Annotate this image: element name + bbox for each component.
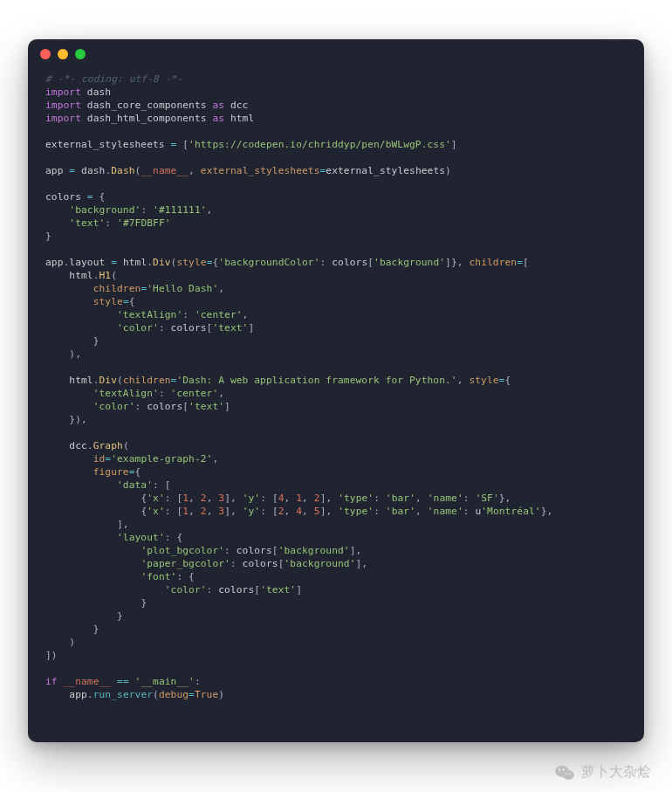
code-func: run_server xyxy=(93,689,153,700)
code-string: 'font' xyxy=(141,571,176,582)
code-ident: dash_html_components xyxy=(87,113,207,124)
window-titlebar xyxy=(28,39,644,69)
code-ident: dcc xyxy=(69,440,87,451)
code-keyword: as xyxy=(212,113,224,124)
code-window: # -*- coding: utf-8 -*- import dash impo… xyxy=(28,39,644,742)
code-ident: app xyxy=(45,165,64,176)
code-kwarg: debug xyxy=(159,689,189,700)
code-string: 'type' xyxy=(338,506,374,517)
code-bool: True xyxy=(195,689,218,700)
code-keyword: as xyxy=(212,100,224,111)
code-string: 'x' xyxy=(147,506,165,517)
code-ident: colors xyxy=(171,322,207,334)
code-number: 2 xyxy=(201,506,207,517)
code-string: 'y' xyxy=(243,492,261,504)
code-string: 'layout' xyxy=(117,532,165,543)
code-number: 5 xyxy=(314,506,320,517)
code-string: 'text' xyxy=(212,322,248,334)
code-kwarg: external_stylesheets xyxy=(201,165,320,176)
code-ident: dash_core_components xyxy=(87,100,207,111)
code-string: 'y' xyxy=(243,506,261,517)
code-class: H1 xyxy=(99,270,112,281)
code-string: '__main__' xyxy=(135,676,195,687)
code-string: 'text' xyxy=(260,584,296,596)
svg-point-5 xyxy=(569,773,571,775)
code-string: 'type' xyxy=(338,492,374,504)
code-kwarg: id xyxy=(93,453,106,465)
code-string: 'paper_bgcolor' xyxy=(141,558,230,569)
code-ident: dash xyxy=(81,165,105,176)
code-op: = xyxy=(171,139,177,150)
code-ident: external_stylesheets xyxy=(326,165,445,176)
code-kwarg: style xyxy=(469,375,498,386)
code-string: 'Montréal' xyxy=(481,506,540,517)
code-kwarg: children xyxy=(469,257,517,268)
code-string: 'name' xyxy=(428,492,463,504)
code-kwarg: children xyxy=(93,283,141,294)
code-block: # -*- coding: utf-8 -*- import dash impo… xyxy=(28,69,644,719)
code-number: 4 xyxy=(278,492,285,504)
code-string: 'text' xyxy=(69,217,105,229)
code-keyword: if xyxy=(45,676,58,687)
code-string: 'SF' xyxy=(475,492,498,504)
code-string: '#7FDBFF' xyxy=(117,217,171,229)
code-string: 'plot_bgcolor' xyxy=(141,545,224,556)
code-ident: html xyxy=(230,113,254,124)
code-number: 2 xyxy=(314,492,320,504)
code-ident: colors xyxy=(332,257,367,268)
code-string: 'color' xyxy=(117,322,159,334)
code-class: Dash xyxy=(111,165,134,176)
code-string: 'background' xyxy=(278,545,350,556)
code-string: 'text' xyxy=(189,401,224,412)
code-string: 'center' xyxy=(195,309,243,320)
code-string: 'textAlign' xyxy=(93,388,159,399)
code-class: Graph xyxy=(93,440,123,451)
code-keyword: import xyxy=(45,113,81,124)
code-kwarg: style xyxy=(176,257,206,268)
code-string: 'background' xyxy=(374,257,445,268)
code-number: 2 xyxy=(278,506,285,517)
code-string: '#111111' xyxy=(153,204,207,216)
code-comment: # -*- coding: utf-8 -*- xyxy=(45,73,182,85)
svg-point-4 xyxy=(566,773,567,775)
code-ident: colors xyxy=(45,191,81,203)
code-ident: html xyxy=(123,257,147,268)
code-string: 'color' xyxy=(165,584,207,596)
svg-point-1 xyxy=(563,770,574,780)
watermark: 萝卜大杂烩 xyxy=(555,763,651,782)
code-keyword: import xyxy=(45,100,81,111)
code-ident: colors xyxy=(237,545,272,556)
code-kwarg: children xyxy=(123,375,171,386)
code-ident: html xyxy=(69,375,93,386)
code-string: 'x' xyxy=(147,492,165,504)
code-string: 'background' xyxy=(69,204,141,216)
zoom-icon[interactable] xyxy=(75,49,86,59)
code-string: 'textAlign' xyxy=(117,309,182,320)
code-dunder: __name__ xyxy=(141,165,189,176)
code-string: 'example-graph-2' xyxy=(111,453,212,465)
code-dunder: __name__ xyxy=(64,676,112,687)
code-kwarg: figure xyxy=(93,466,129,478)
code-string: 'color' xyxy=(93,401,135,412)
code-ident: external_stylesheets xyxy=(45,139,165,150)
code-string: 'Hello Dash' xyxy=(147,283,218,294)
code-string: 'data' xyxy=(117,479,153,491)
code-string: 'bar' xyxy=(386,506,415,517)
close-icon[interactable] xyxy=(40,49,51,59)
code-number: 2 xyxy=(201,492,207,504)
svg-point-2 xyxy=(559,768,560,770)
wechat-icon xyxy=(555,765,574,781)
code-string: 'bar' xyxy=(386,492,415,504)
code-ident: colors xyxy=(243,558,278,569)
code-class: Div xyxy=(153,257,171,268)
code-class: Div xyxy=(99,375,118,386)
code-string: 'Dash: A web application framework for P… xyxy=(176,375,456,386)
watermark-label: 萝卜大杂烩 xyxy=(581,763,651,782)
code-ident: app xyxy=(69,689,87,700)
code-ident: html xyxy=(69,270,93,281)
code-ident: colors xyxy=(218,584,254,596)
code-ident: layout xyxy=(69,257,105,268)
minimize-icon[interactable] xyxy=(58,49,68,59)
code-ident: app xyxy=(45,257,64,268)
code-string: 'background' xyxy=(284,558,355,569)
